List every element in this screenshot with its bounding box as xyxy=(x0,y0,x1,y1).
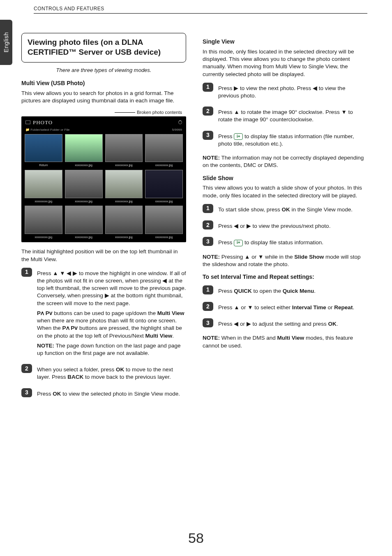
left-column: Viewing photo files (on a DLNA CERTIFIED… xyxy=(21,33,186,523)
info-icon: i+ xyxy=(234,240,243,246)
step-number-badge: 2 xyxy=(203,302,213,311)
step-number-badge: 3 xyxy=(203,318,213,327)
multi-view-intro: This view allows you to search for photo… xyxy=(21,90,186,104)
step-2: 2 When you select a folder, press OK to … xyxy=(21,364,186,383)
step-2-text: When you select a folder, press OK to mo… xyxy=(37,366,186,381)
single-note: NOTE: The information may not be correct… xyxy=(203,154,367,169)
slide-s1-text: To start slide show, press OK in the Sin… xyxy=(218,206,367,213)
step-number-badge: 1 xyxy=(203,285,213,294)
step-number-badge: 2 xyxy=(21,364,32,373)
step-number-badge: 2 xyxy=(203,220,213,229)
step-1-text-b: Pʌ Pv buttons can be used to page up/dow… xyxy=(37,310,186,340)
photo-count: 5/9999 xyxy=(172,128,182,132)
step-number-badge: 1 xyxy=(21,268,32,277)
heading-slide-show: Slide Show xyxy=(203,174,367,182)
single-s1-text: Press ▶ to view the next photo. Press ◀ … xyxy=(218,85,367,100)
slide-step-3: 3 Press i+ to display file status inform… xyxy=(203,236,367,249)
content-columns: Viewing photo files (on a DLNA CERTIFIED… xyxy=(21,33,367,523)
step-number-badge: 1 xyxy=(203,83,213,92)
step-number-badge: 3 xyxy=(21,388,32,397)
header-breadcrumb: CONTROLS AND FEATURES xyxy=(34,6,367,14)
list-item: xxxxxxxxx.jpg xyxy=(65,206,103,239)
p-down-label: Pv xyxy=(46,310,53,316)
slide-step-1: 1 To start slide show, press OK in the S… xyxy=(203,204,367,216)
photo-viewer-screenshot: PHOTO 📁 Folder/select Folder or File 5/9… xyxy=(21,116,186,242)
step-3-text: Press OK to view the selected photo in S… xyxy=(37,390,186,398)
interval-s2-text: Press ▲ or ▼ to select either Interval T… xyxy=(218,304,367,311)
step-1-note: NOTE: The page down function on the last… xyxy=(37,342,186,357)
step-1: 1 Press ▲ ▼ ◀ ▶ to move the highlight in… xyxy=(21,267,186,359)
info-icon: i+ xyxy=(234,133,243,140)
slide-s3-text: Press i+ to display file status informat… xyxy=(218,239,367,246)
heading-interval: To set Interval Time and Repeat settings… xyxy=(203,273,367,281)
p-down-label: Pv xyxy=(71,325,78,331)
thumbnail-grid: Return xxxxxxxxx.jpg xxxxxxxxx.jpg xxxxx… xyxy=(23,134,184,241)
step-number-badge: 1 xyxy=(203,204,213,213)
list-item: xxxxxxxxx.jpg xyxy=(145,170,183,203)
list-item: xxxxxxxxx.jpg xyxy=(145,134,183,167)
interval-note: NOTE: When in the DMS and Multi View mod… xyxy=(203,334,367,349)
callout-line xyxy=(115,112,135,113)
screenshot-header: PHOTO xyxy=(23,118,184,128)
list-item: xxxxxxxxx.jpg xyxy=(105,134,143,167)
step-number-badge: 3 xyxy=(203,237,213,246)
slide-s2-text: Press ◀ or ▶ to view the previous/next p… xyxy=(218,222,367,230)
slide-step-2: 2 Press ◀ or ▶ to view the previous/next… xyxy=(203,220,367,232)
screenshot-callout: Broken photo contents xyxy=(21,109,182,116)
single-s2-text: Press ▲ to rotate the image 90° clockwis… xyxy=(218,109,367,123)
screenshot-brand: PHOTO xyxy=(33,119,53,126)
step-number-badge: 3 xyxy=(203,131,213,140)
screenshot-wrap: Broken photo contents PHOTO 📁 Folder/sel… xyxy=(21,109,186,242)
step-3: 3 Press OK to view the selected photo in… xyxy=(21,388,186,400)
section-title-box: Viewing photo files (on a DLNA CERTIFIED… xyxy=(21,33,186,63)
interval-step-3: 3 Press ◀ or ▶ to adjust the setting and… xyxy=(203,318,367,330)
single-step-2: 2 Press ▲ to rotate the image 90° clockw… xyxy=(203,106,367,126)
p-up-label: Pʌ xyxy=(62,325,69,331)
step-body: Press ▲ ▼ ◀ ▶ to move the highlight in o… xyxy=(37,267,186,359)
interval-step-2: 2 Press ▲ or ▼ to select either Interval… xyxy=(203,301,367,314)
list-item: xxxxxxxxx.jpg xyxy=(25,206,62,239)
slide-note: NOTE: Pressing ▲ or ▼ while in the Slide… xyxy=(203,253,367,268)
page: English CONTROLS AND FEATURES Viewing ph… xyxy=(0,0,392,556)
interval-step-1: 1 Press QUICK to open the Quick Menu. xyxy=(203,285,367,297)
single-view-intro: In this mode, only files located in the … xyxy=(203,48,367,78)
heading-multi-view: Multi View (USB Photo) xyxy=(21,79,186,87)
step-body: When you select a folder, press OK to mo… xyxy=(37,364,186,383)
page-number: 58 xyxy=(0,530,392,546)
callout-text: Broken photo contents xyxy=(137,109,182,116)
list-item: xxxxxxxxx.jpg xyxy=(105,170,143,203)
breadcrumb-text: CONTROLS AND FEATURES xyxy=(34,6,104,12)
heading-single-view: Single View xyxy=(203,38,367,46)
slide-intro: This view allows you to watch a slide sh… xyxy=(203,184,367,199)
list-item: xxxxxxxxx.jpg xyxy=(145,206,183,239)
p-up-label: Pʌ xyxy=(37,310,44,316)
loading-icon xyxy=(178,120,182,124)
interval-s3-text: Press ◀ or ▶ to adjust the setting and p… xyxy=(218,320,367,328)
section-title: Viewing photo files (on a DLNA CERTIFIED… xyxy=(28,37,180,57)
step-number-badge: 2 xyxy=(203,107,213,116)
initial-highlight-text: The initial highlighted position will be… xyxy=(21,248,186,263)
list-item: xxxxxxxxx.jpg xyxy=(25,170,62,203)
folder-hint: 📁 Folder/select Folder or File xyxy=(25,128,69,132)
step-1-text-a: Press ▲ ▼ ◀ ▶ to move the highlight in o… xyxy=(37,270,186,307)
step-body: Press OK to view the selected photo in S… xyxy=(37,388,186,400)
list-item: xxxxxxxxx.jpg xyxy=(105,206,143,239)
interval-s1-text: Press QUICK to open the Quick Menu. xyxy=(218,287,367,295)
tv-icon xyxy=(25,120,30,124)
list-item: Return xyxy=(25,134,62,167)
section-subtitle: There are three types of viewing modes. xyxy=(21,67,186,74)
list-item: xxxxxxxxx.jpg xyxy=(65,170,103,203)
single-step-3: 3 Press i+ to display file status inform… xyxy=(203,130,367,150)
list-item: xxxxxxxxx.jpg xyxy=(65,134,103,167)
single-s3-text: Press i+ to display file status informat… xyxy=(218,133,367,148)
language-label: English xyxy=(3,32,9,52)
single-step-1: 1 Press ▶ to view the next photo. Press … xyxy=(203,82,367,102)
right-column: Single View In this mode, only files loc… xyxy=(203,33,367,523)
language-tab: English xyxy=(0,20,12,65)
